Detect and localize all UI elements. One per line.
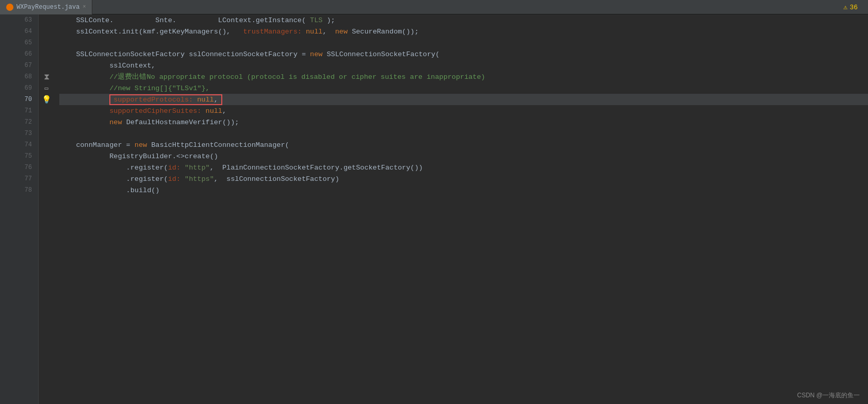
warning-badge: ⚠ 36	[844, 3, 858, 11]
code-token: cipher suites are inappropriate)	[347, 73, 485, 81]
margin-icon-cell	[39, 173, 54, 184]
line-number: 73	[20, 130, 34, 137]
code-line: RegistryBuilder.<>create()	[59, 150, 868, 162]
line-number: 64	[20, 28, 34, 35]
null-keyword-token: null	[197, 96, 214, 104]
code-line	[59, 128, 868, 139]
code-token: sslContext.init(kmf.getKeyManagers(),	[59, 28, 243, 36]
code-token: LContext.getInstance(	[176, 16, 306, 24]
code-line: supportedProtocols: null,	[59, 94, 868, 105]
margin-icon-cell	[39, 60, 54, 71]
code-line: //退费出错No appropriate protocol (protocol …	[59, 71, 868, 82]
code-line: SSLConte. Snte. LContext.getInstance( TL…	[59, 14, 868, 26]
gutter-row: 77	[20, 173, 34, 184]
code-token	[302, 28, 306, 36]
margin-icon-cell	[39, 139, 54, 150]
margin-icon-cell	[39, 162, 54, 173]
line-number: 75	[20, 153, 34, 160]
tab-close-button[interactable]: ×	[83, 4, 86, 10]
code-token: Snte.	[113, 16, 176, 24]
code-token: id:	[168, 164, 181, 172]
code-line: .register(id: "http", PlainConnectionSoc…	[59, 162, 868, 173]
file-tab[interactable]: WXPayRequest.java ×	[0, 0, 92, 14]
code-token: null	[206, 107, 222, 115]
margin-icon-cell	[39, 116, 54, 128]
watermark: CSDN @一海底的鱼一	[797, 391, 860, 400]
code-token	[59, 119, 109, 126]
code-token: "https"	[185, 175, 214, 183]
code-token: SSLConte.	[59, 16, 113, 24]
code-token: //new String[]{"TLSv1"},	[59, 85, 210, 92]
line-number: 71	[20, 107, 34, 114]
tab-label: WXPayRequest.java	[17, 4, 79, 11]
margin-icon-cell	[39, 105, 54, 116]
margin-icons: ⧗▭💡	[39, 14, 54, 404]
code-line: .build()	[59, 184, 868, 196]
code-line: sslContext,	[59, 60, 868, 71]
lightbulb-icon: 💡	[42, 95, 52, 105]
code-line: new DefaultHostnameVerifier());	[59, 116, 868, 128]
code-token: new	[109, 119, 122, 126]
gutter-row: 68	[20, 71, 34, 82]
line-number: 69	[20, 85, 34, 92]
code-line: SSLConnectionSocketFactory sslConnection…	[59, 48, 868, 60]
code-token: or	[339, 73, 347, 81]
margin-icon-cell: ⧗	[39, 71, 54, 82]
gutter-row: 72	[20, 116, 34, 128]
code-token: new	[310, 50, 322, 58]
code-token: new	[135, 141, 147, 149]
code-token: RegistryBuilder.	[59, 153, 176, 160]
code-token: ,	[222, 107, 226, 115]
line-number: 76	[20, 164, 34, 171]
line-number: 66	[20, 50, 34, 58]
bookmark-icon: ⧗	[44, 72, 50, 82]
code-token: <>	[176, 153, 185, 160]
line-number: 68	[20, 73, 34, 80]
code-token: supportedCipherSuites:	[109, 107, 201, 115]
line-number: 77	[20, 175, 34, 182]
gutter-row: 78	[20, 184, 34, 196]
code-token	[181, 164, 185, 172]
code-line	[59, 37, 868, 48]
code-token: , sslConnectionSocketFactory)	[214, 175, 339, 183]
gutter-row: 74	[20, 139, 34, 150]
gutter-row: 75	[20, 150, 34, 162]
margin-icon-cell	[39, 14, 54, 26]
code-token: sslContext,	[59, 62, 155, 70]
code-token: id:	[168, 175, 181, 183]
code-token: SecureRandom());	[348, 28, 419, 36]
warning-count: 36	[849, 4, 858, 11]
margin-icon-cell	[39, 184, 54, 196]
code-token: .register(	[59, 164, 168, 172]
code-editor: 63646566676869707172737475767778 ⧗▭💡 SSL…	[0, 14, 868, 404]
code-line: connManager = new BasicHttpClientConnect…	[59, 139, 868, 150]
line-number: 70	[20, 96, 34, 103]
param-name-token: supportedProtocols:	[113, 96, 193, 104]
tab-bar: WXPayRequest.java × ⚠ 36	[0, 0, 868, 14]
gutter-row: 67	[20, 60, 34, 71]
line-number: 74	[20, 141, 34, 148]
code-token: BasicHttpClientConnectionManager(	[147, 141, 289, 149]
gutter-row: 63	[20, 14, 34, 26]
code-token: );	[322, 16, 335, 24]
code-token: //退费出错No appropriate protocol (protocol …	[59, 72, 339, 81]
code-token: .build()	[59, 187, 159, 194]
code-token: trustManagers:	[243, 28, 301, 36]
warning-icon: ⚠	[844, 3, 848, 11]
margin-icon-cell	[39, 26, 54, 37]
breakpoint-icon: ▭	[44, 85, 48, 92]
gutter-row: 76	[20, 162, 34, 173]
code-token: , PlainConnectionSocketFactory.getSocket…	[210, 164, 423, 172]
gutter-row: 64	[20, 26, 34, 37]
gutter-row: 71	[20, 105, 34, 116]
code-token: create()	[185, 153, 218, 160]
line-number: 65	[20, 39, 34, 46]
code-token: new	[335, 28, 348, 36]
margin-icon-cell: ▭	[39, 82, 54, 94]
code-token	[201, 107, 205, 115]
code-token: DefaultHostnameVerifier());	[122, 119, 239, 126]
margin-icon-cell	[39, 128, 54, 139]
code-line: .register(id: "https", sslConnectionSock…	[59, 173, 868, 184]
margin-icon-cell	[39, 48, 54, 60]
code-token: .register(	[59, 175, 168, 183]
